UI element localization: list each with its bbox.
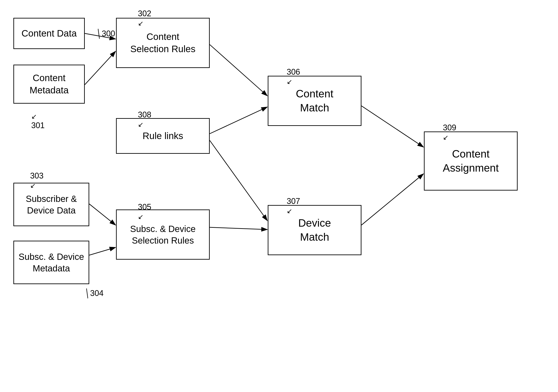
ref-303: 303↙ — [30, 171, 44, 190]
diagram: Content Data ContentMetadata ContentSele… — [0, 0, 558, 392]
content-assignment-label: ContentAssignment — [443, 147, 499, 175]
svg-line-2 — [85, 51, 116, 85]
ref-307: 307↙ — [287, 197, 300, 215]
subscriber-device-data-label: Subscriber &Device Data — [26, 193, 77, 216]
content-assignment-box: ContentAssignment — [424, 132, 518, 191]
ref-305: 305↙ — [138, 202, 151, 221]
svg-line-4 — [210, 107, 267, 134]
svg-line-10 — [361, 174, 423, 225]
ref-309: 309↙ — [443, 123, 456, 142]
subsc-device-selection-rules-label: Subsc. & DeviceSelection Rules — [130, 223, 195, 246]
svg-line-6 — [89, 204, 116, 225]
ref-300: ╱300 — [96, 29, 115, 38]
svg-line-3 — [210, 45, 267, 96]
content-selection-rules-label: ContentSelection Rules — [130, 31, 195, 55]
svg-line-8 — [210, 227, 267, 230]
content-data-label: Content Data — [21, 27, 77, 40]
device-match-box: DeviceMatch — [268, 205, 361, 255]
ref-301: ↙301 — [31, 111, 45, 130]
ref-302: 302↙ — [138, 9, 151, 28]
subscriber-device-data-box: Subscriber &Device Data — [13, 183, 89, 226]
ref-306: 306↙ — [287, 67, 300, 86]
svg-line-7 — [89, 247, 116, 255]
content-match-box: ContentMatch — [268, 76, 361, 126]
rule-links-label: Rule links — [143, 130, 183, 142]
subsc-device-metadata-box: Subsc. & DeviceMetadata — [13, 241, 89, 284]
content-metadata-box: ContentMetadata — [13, 65, 85, 104]
subsc-device-metadata-label: Subsc. & DeviceMetadata — [18, 251, 84, 274]
ref-308: 308↙ — [138, 110, 151, 129]
svg-line-9 — [361, 106, 423, 147]
ref-304: ╱304 — [85, 289, 104, 298]
device-match-label: DeviceMatch — [298, 216, 331, 244]
content-match-label: ContentMatch — [296, 87, 333, 115]
content-data-box: Content Data — [13, 18, 85, 49]
content-metadata-label: ContentMetadata — [29, 72, 69, 96]
content-selection-rules-box: ContentSelection Rules — [116, 18, 210, 68]
subsc-device-selection-rules-box: Subsc. & DeviceSelection Rules — [116, 209, 210, 260]
svg-line-5 — [210, 140, 267, 221]
rule-links-box: Rule links — [116, 118, 210, 154]
